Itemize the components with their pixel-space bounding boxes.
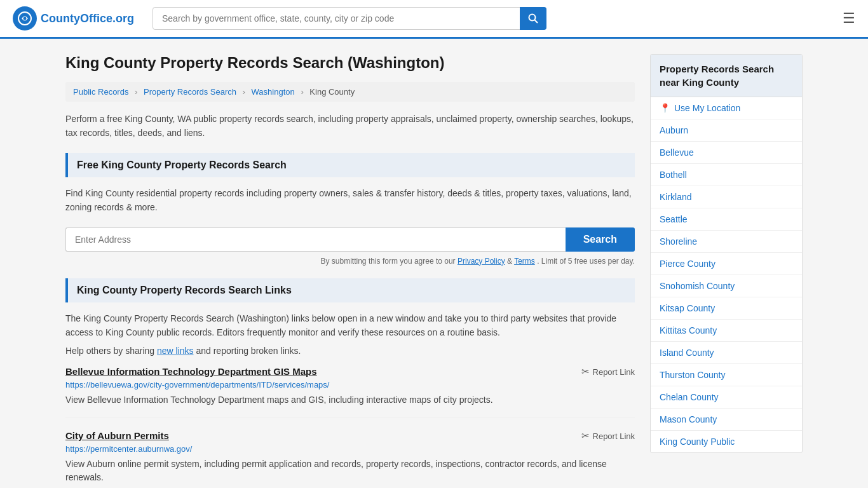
use-location-row: 📍 Use My Location xyxy=(651,97,802,119)
breadcrumb: Public Records › Property Records Search… xyxy=(65,82,635,102)
sidebar-link-pierce[interactable]: Pierce County xyxy=(651,253,802,274)
link-entry-1: City of Auburn Permits ✂ Report Link htt… xyxy=(65,430,635,488)
svg-point-1 xyxy=(24,17,27,20)
links-section: King County Property Records Search Link… xyxy=(65,278,635,488)
sidebar-link-thurston[interactable]: Thurston County xyxy=(651,364,802,386)
free-search-heading: Free King County Property Records Search xyxy=(65,153,635,177)
sidebar-item-bothell: Bothell xyxy=(651,164,802,186)
report-icon-0: ✂ xyxy=(581,366,590,377)
breadcrumb-king-county: King County xyxy=(309,87,355,97)
sidebar-link-auburn[interactable]: Auburn xyxy=(651,119,802,141)
report-icon-1: ✂ xyxy=(581,430,590,442)
sidebar-item-kittitas: Kittitas County xyxy=(651,320,802,342)
sidebar-item-seattle: Seattle xyxy=(651,208,802,231)
header-search-input[interactable] xyxy=(153,7,546,30)
link-description-1: View Auburn online permit system, includ… xyxy=(65,458,635,484)
sidebar-link-chelan[interactable]: Chelan County xyxy=(651,386,802,408)
search-submit-button[interactable]: Search xyxy=(566,227,635,252)
sidebar-links-list: Auburn Bellevue Bothell Kirkland Seattle… xyxy=(651,119,802,452)
sidebar-box: Property Records Search near King County… xyxy=(650,54,803,453)
use-location-link[interactable]: Use My Location xyxy=(674,103,740,113)
link-entry-0-header: Bellevue Information Technology Departme… xyxy=(65,366,635,377)
sidebar-link-kirkland[interactable]: Kirkland xyxy=(651,186,802,208)
address-input[interactable] xyxy=(65,227,566,252)
sidebar-item-thurston: Thurston County xyxy=(651,364,802,386)
sidebar-link-island[interactable]: Island County xyxy=(651,342,802,363)
sidebar-link-shoreline[interactable]: Shoreline xyxy=(651,231,802,252)
sidebar-item-bellevue: Bellevue xyxy=(651,142,802,164)
breadcrumb-sep-3: › xyxy=(301,87,303,97)
main-content: King County Property Records Search (Was… xyxy=(65,54,635,488)
breadcrumb-sep-1: › xyxy=(135,87,137,97)
link-url-0[interactable]: https://bellevuewa.gov/city-government/d… xyxy=(65,380,635,390)
sidebar-link-mason[interactable]: Mason County xyxy=(651,409,802,430)
site-header: CountyOffice.org ☰ xyxy=(0,0,868,39)
sidebar-item-snohomish: Snohomish County xyxy=(651,275,802,297)
sidebar-link-kittitas[interactable]: Kittitas County xyxy=(651,320,802,341)
sidebar-item-chelan: Chelan County xyxy=(651,386,802,409)
sidebar-item-island: Island County xyxy=(651,342,802,364)
report-link-button-0[interactable]: ✂ Report Link xyxy=(581,366,635,377)
sidebar: Property Records Search near King County… xyxy=(650,54,803,488)
terms-link[interactable]: Terms xyxy=(514,257,535,266)
privacy-policy-link[interactable]: Privacy Policy xyxy=(458,257,505,266)
page-title: King County Property Records Search (Was… xyxy=(65,54,635,72)
link-title-0[interactable]: Bellevue Information Technology Departme… xyxy=(65,366,317,377)
location-icon: 📍 xyxy=(660,103,670,113)
sidebar-link-snohomish[interactable]: Snohomish County xyxy=(651,275,802,297)
breadcrumb-sep-2: › xyxy=(243,87,245,97)
link-title-1[interactable]: City of Auburn Permits xyxy=(65,430,169,441)
breadcrumb-washington[interactable]: Washington xyxy=(252,87,295,97)
sidebar-link-king-public[interactable]: King County Public xyxy=(651,431,802,452)
address-search-form: Search xyxy=(65,227,635,252)
sidebar-link-bothell[interactable]: Bothell xyxy=(651,164,802,186)
sidebar-item-pierce: Pierce County xyxy=(651,253,802,275)
sidebar-title: Property Records Search near King County xyxy=(651,55,802,97)
links-description: The King County Property Records Search … xyxy=(65,311,635,340)
report-link-button-1[interactable]: ✂ Report Link xyxy=(581,430,635,442)
sidebar-link-seattle[interactable]: Seattle xyxy=(651,208,802,230)
sidebar-item-shoreline: Shoreline xyxy=(651,231,802,253)
sidebar-item-mason: Mason County xyxy=(651,409,802,431)
links-section-heading: King County Property Records Search Link… xyxy=(65,278,635,302)
link-entry-1-header: City of Auburn Permits ✂ Report Link xyxy=(65,430,635,442)
logo-link[interactable]: CountyOffice.org xyxy=(13,6,140,30)
sidebar-item-king-public: King County Public xyxy=(651,431,802,452)
page-description: Perform a free King County, WA public pr… xyxy=(65,112,635,140)
sidebar-item-kitsap: Kitsap County xyxy=(651,297,802,320)
header-search-wrapper xyxy=(153,7,546,30)
main-container: King County Property Records Search (Was… xyxy=(53,39,815,488)
svg-point-2 xyxy=(529,15,536,21)
form-disclaimer: By submitting this form you agree to our… xyxy=(65,257,635,266)
sidebar-item-kirkland: Kirkland xyxy=(651,186,802,208)
logo-icon xyxy=(13,6,37,30)
sidebar-link-bellevue[interactable]: Bellevue xyxy=(651,142,802,163)
sidebar-link-kitsap[interactable]: Kitsap County xyxy=(651,297,802,319)
new-links-link[interactable]: new links xyxy=(157,346,194,356)
sidebar-item-auburn: Auburn xyxy=(651,119,802,142)
breadcrumb-public-records[interactable]: Public Records xyxy=(73,87,128,97)
link-entry-0: Bellevue Information Technology Departme… xyxy=(65,366,635,417)
breadcrumb-property-records[interactable]: Property Records Search xyxy=(144,87,236,97)
svg-line-3 xyxy=(535,20,538,24)
link-description-0: View Bellevue Information Technology Dep… xyxy=(65,393,635,407)
header-search-button[interactable] xyxy=(520,7,546,30)
logo-text: CountyOffice.org xyxy=(41,12,134,25)
free-search-description: Find King County residential property re… xyxy=(65,186,635,215)
link-url-1[interactable]: https://permitcenter.auburnwa.gov/ xyxy=(65,444,635,454)
share-line: Help others by sharing new links and rep… xyxy=(65,346,635,356)
hamburger-menu-button[interactable]: ☰ xyxy=(843,10,855,27)
